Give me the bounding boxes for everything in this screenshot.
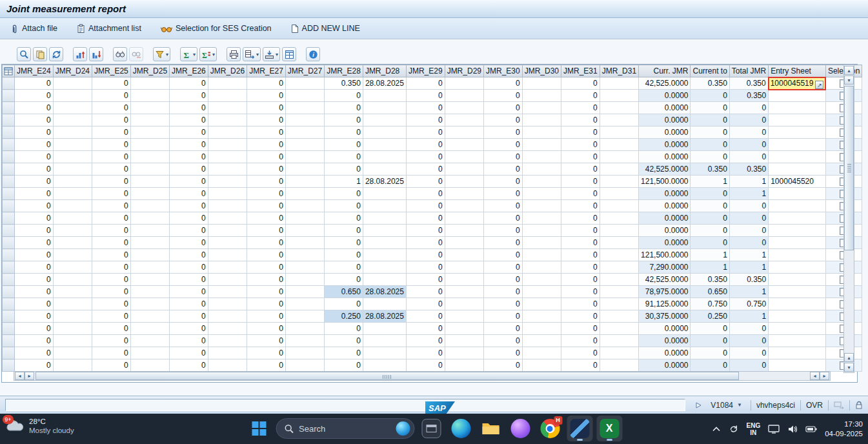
cell-JMR_D25[interactable] bbox=[130, 274, 169, 286]
cell-JMR_E28[interactable]: 0 bbox=[325, 323, 363, 335]
cell-JMR_D27[interactable] bbox=[285, 298, 324, 310]
cell-JMR_D25[interactable] bbox=[130, 225, 169, 237]
col-header-JMR-D24[interactable]: JMR_D24 bbox=[53, 65, 92, 77]
cell-JMR_E29[interactable]: 0 bbox=[406, 212, 445, 225]
cell-JMR_D24[interactable] bbox=[53, 359, 92, 372]
cell-JMR_E24[interactable]: 0 bbox=[15, 225, 54, 237]
layout-icon[interactable] bbox=[282, 47, 296, 61]
cell-JMR_E30[interactable]: 0 bbox=[483, 163, 522, 176]
cell-JMR_E28[interactable]: 0 bbox=[325, 163, 363, 176]
scroll-down-line-icon[interactable]: ▾ bbox=[844, 76, 854, 85]
cell-JMR_E29[interactable]: 0 bbox=[406, 139, 445, 151]
cell-JMR_D26[interactable] bbox=[208, 237, 247, 249]
cell-JMR_D31[interactable] bbox=[600, 335, 638, 347]
cell-JMR_E26[interactable]: 0 bbox=[170, 126, 208, 139]
cell-JMR_E24[interactable]: 0 bbox=[15, 335, 54, 347]
weather-widget[interactable]: 9+ 28°C Mostly cloudy bbox=[5, 417, 74, 435]
cell-JMR_E27[interactable]: 0 bbox=[247, 237, 286, 249]
cell-JMR_E31[interactable]: 0 bbox=[561, 237, 600, 249]
cell-Entry Sheet[interactable] bbox=[769, 249, 826, 261]
cell-JMR_E29[interactable]: 0 bbox=[406, 102, 445, 114]
row-selector[interactable] bbox=[3, 274, 15, 286]
cell-JMR_E26[interactable]: 0 bbox=[170, 102, 208, 114]
cell-JMR_D24[interactable] bbox=[53, 298, 92, 310]
cell-JMR_E30[interactable]: 0 bbox=[483, 188, 522, 200]
cell-JMR_D25[interactable] bbox=[130, 114, 169, 126]
col-header-JMR-D26[interactable]: JMR_D26 bbox=[208, 65, 247, 77]
cell-JMR_D24[interactable] bbox=[53, 151, 92, 163]
cell-JMR_E25[interactable]: 0 bbox=[92, 212, 131, 225]
row-selector[interactable] bbox=[3, 151, 15, 163]
cell-JMR_D30[interactable] bbox=[522, 323, 561, 335]
cell-JMR_E25[interactable]: 0 bbox=[92, 225, 131, 237]
cell-JMR_D25[interactable] bbox=[130, 151, 169, 163]
cell-JMR_E30[interactable]: 0 bbox=[483, 151, 522, 163]
start-button[interactable] bbox=[246, 416, 272, 441]
cell-JMR_D26[interactable] bbox=[208, 200, 247, 212]
cell-JMR_E30[interactable]: 0 bbox=[483, 298, 522, 310]
cell-JMR_E31[interactable]: 0 bbox=[561, 114, 600, 126]
cell-JMR_E24[interactable]: 0 bbox=[15, 249, 54, 261]
battery-icon[interactable] bbox=[805, 425, 817, 433]
cell-JMR_D30[interactable] bbox=[522, 90, 561, 102]
cell-JMR_D31[interactable] bbox=[600, 212, 638, 225]
cell-JMR_E28[interactable]: 0 bbox=[325, 151, 363, 163]
cell-JMR_E31[interactable]: 0 bbox=[561, 249, 600, 261]
cell-JMR_D30[interactable] bbox=[522, 212, 561, 225]
cell-JMR_D31[interactable] bbox=[600, 274, 638, 286]
cell-JMR_E31[interactable]: 0 bbox=[561, 225, 600, 237]
row-selector[interactable] bbox=[3, 310, 15, 323]
cell-JMR_E28[interactable]: 1 bbox=[325, 176, 363, 188]
cell-Entry Sheet[interactable] bbox=[769, 310, 826, 323]
row-selector[interactable] bbox=[3, 249, 15, 261]
cell-JMR_D29[interactable] bbox=[445, 323, 483, 335]
sync-icon[interactable] bbox=[729, 424, 739, 434]
system-field[interactable]: V1084 ▼ bbox=[707, 400, 745, 410]
volume-icon[interactable] bbox=[787, 425, 798, 434]
cell-JMR_E27[interactable]: 0 bbox=[247, 274, 286, 286]
cell-JMR_E28[interactable]: 0 bbox=[325, 90, 363, 102]
cell-JMR_D28[interactable] bbox=[363, 298, 406, 310]
search-box[interactable]: Search bbox=[276, 418, 414, 439]
clock[interactable]: 17:30 04-09-2025 bbox=[825, 419, 863, 439]
vertical-scroll-thumb[interactable] bbox=[844, 86, 854, 250]
cell-JMR_E24[interactable]: 0 bbox=[15, 347, 54, 359]
row-selector[interactable] bbox=[3, 359, 15, 372]
cell-JMR_E27[interactable]: 0 bbox=[247, 359, 286, 372]
add-new-line-button[interactable]: ADD NEW LINE bbox=[287, 22, 364, 35]
cell-JMR_E30[interactable]: 0 bbox=[483, 310, 522, 323]
cell-JMR_E26[interactable]: 0 bbox=[170, 139, 208, 151]
cell-JMR_D27[interactable] bbox=[285, 200, 324, 212]
cell-JMR_D31[interactable] bbox=[600, 114, 638, 126]
cell-JMR_E29[interactable]: 0 bbox=[406, 335, 445, 347]
cell-JMR_E31[interactable]: 0 bbox=[561, 176, 600, 188]
cell-JMR_D28[interactable]: 28.08.2025 bbox=[363, 310, 406, 323]
cell-JMR_E31[interactable]: 0 bbox=[561, 163, 600, 176]
cell-JMR_D24[interactable] bbox=[53, 310, 92, 323]
cell-JMR_D29[interactable] bbox=[445, 139, 483, 151]
cell-JMR_E25[interactable]: 0 bbox=[92, 151, 131, 163]
cell-JMR_E25[interactable]: 0 bbox=[92, 237, 131, 249]
scroll-left-icon[interactable]: ◂ bbox=[15, 372, 25, 380]
export-icon[interactable]: ▾ bbox=[243, 47, 261, 61]
cell-JMR_E31[interactable]: 0 bbox=[561, 200, 600, 212]
cell-JMR_E26[interactable]: 0 bbox=[170, 347, 208, 359]
cell-JMR_E25[interactable]: 0 bbox=[92, 114, 131, 126]
cell-JMR_D24[interactable] bbox=[53, 114, 92, 126]
cell-JMR_E28[interactable]: 0.350 bbox=[325, 77, 363, 90]
cell-JMR_E24[interactable]: 0 bbox=[15, 188, 54, 200]
row-selector[interactable] bbox=[3, 77, 15, 90]
overwrite-mode-field[interactable]: OVR bbox=[806, 401, 823, 410]
cell-JMR_E29[interactable]: 0 bbox=[406, 298, 445, 310]
cell-JMR_E30[interactable]: 0 bbox=[483, 335, 522, 347]
row-selector[interactable] bbox=[3, 237, 15, 249]
scroll-page-down-icon[interactable]: ▾ bbox=[844, 363, 854, 372]
cell-JMR_D27[interactable] bbox=[285, 102, 324, 114]
cell-JMR_D24[interactable] bbox=[53, 102, 92, 114]
cell-JMR_E31[interactable]: 0 bbox=[561, 274, 600, 286]
cell-JMR_E27[interactable]: 0 bbox=[247, 212, 286, 225]
cell-JMR_E30[interactable]: 0 bbox=[483, 249, 522, 261]
cell-JMR_E27[interactable]: 0 bbox=[247, 310, 286, 323]
cell-JMR_D30[interactable] bbox=[522, 151, 561, 163]
cell-JMR_E29[interactable]: 0 bbox=[406, 77, 445, 90]
